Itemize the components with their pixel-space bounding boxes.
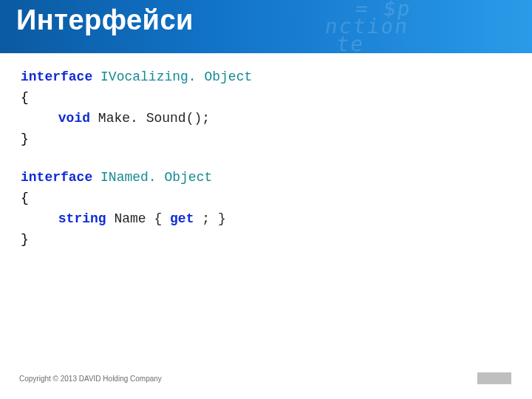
footer-copyright: Copyright © 2013 DAVID Holding Company [19, 375, 162, 383]
header-decoration: = $p nction te [321, 0, 532, 53]
code-block-2: interface INamed. Object { string Name {… [21, 167, 532, 250]
member-name: Make. Sound(); [98, 111, 210, 126]
code-line: } [21, 129, 532, 149]
code-content: interface IVocalizing. Object { void Mak… [0, 53, 532, 250]
keyword: string [58, 211, 106, 226]
code-line: interface IVocalizing. Object [21, 66, 532, 87]
code-line: { [21, 188, 532, 208]
slide-header: = $p nction te Интерфейси [0, 0, 532, 53]
member-name: Name { [114, 211, 162, 226]
code-block-1: interface IVocalizing. Object { void Mak… [21, 66, 532, 149]
type-name: INamed. Object [100, 170, 212, 185]
keyword: void [58, 111, 90, 126]
type-name: IVocalizing. Object [100, 69, 252, 84]
slide-title: Интерфейси [16, 4, 194, 36]
code-line: { [21, 87, 532, 108]
code-line: void Make. Sound(); [21, 108, 532, 129]
footer-placeholder [477, 372, 511, 384]
code-line: interface INamed. Object [21, 167, 532, 188]
code-text: ; } [202, 211, 225, 226]
keyword: get [170, 211, 194, 226]
keyword: interface [21, 170, 92, 185]
keyword: interface [21, 69, 92, 84]
code-line: } [21, 229, 532, 250]
code-line: string Name { get ; } [21, 208, 532, 229]
